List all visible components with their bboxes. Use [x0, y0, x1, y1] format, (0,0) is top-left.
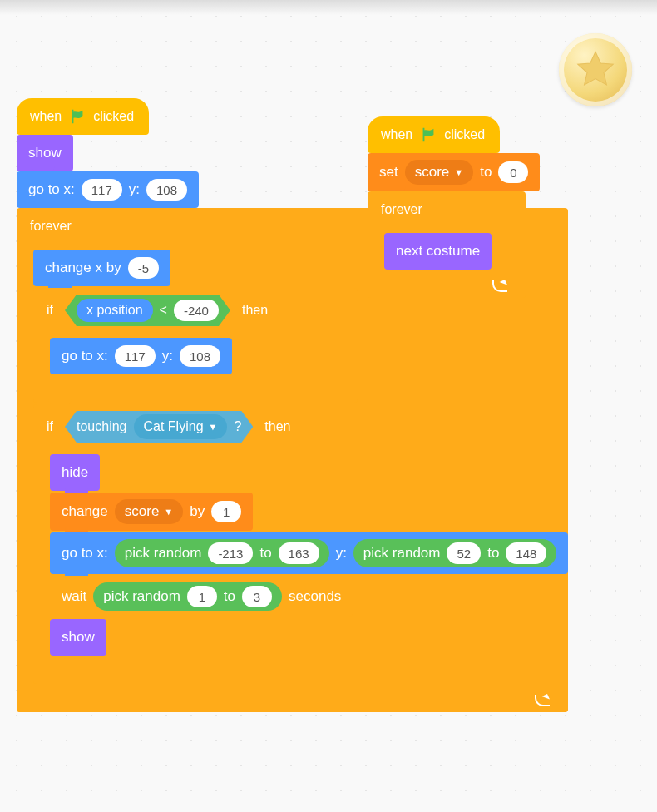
goto3-label: go to x:	[62, 545, 108, 562]
star-coin-badge	[559, 33, 632, 106]
goto2-x-input[interactable]: 117	[115, 345, 156, 367]
loop-arrow-icon	[492, 280, 507, 292]
goto-label: go to x:	[28, 181, 75, 198]
wait-hi[interactable]: 3	[242, 586, 272, 607]
touching-label: touching	[77, 419, 127, 434]
by-label: by	[190, 503, 205, 520]
star-icon	[574, 48, 617, 92]
goto3-y-label: y:	[336, 545, 347, 562]
score-var-dropdown[interactable]: score ▼	[115, 499, 183, 524]
goto-y-label: y:	[129, 181, 140, 198]
if-xpos-block[interactable]: if x position < -240 then	[33, 288, 358, 403]
rand-y-lo[interactable]: 52	[447, 542, 481, 564]
score-var-dropdown-2[interactable]: score ▼	[405, 160, 473, 185]
goto2-y-input[interactable]: 108	[180, 345, 220, 367]
chevron-down-icon: ▼	[164, 507, 173, 517]
touching-q: ?	[234, 419, 241, 434]
then-label-2: then	[264, 419, 290, 434]
forever-label: forever	[30, 219, 72, 234]
change-label: change	[62, 503, 108, 520]
pick-random-wait[interactable]: pick random 1 to 3	[93, 582, 282, 611]
lt-symbol: <	[160, 303, 167, 318]
rand-x-lo[interactable]: -213	[208, 542, 253, 564]
show-label-2: show	[62, 629, 95, 646]
change-x-label: change x by	[45, 260, 121, 276]
hat-clicked-label-2: clicked	[444, 127, 485, 142]
loop-arrow-icon	[535, 695, 550, 706]
wait-lo[interactable]: 1	[187, 586, 217, 607]
to-label: to	[480, 164, 492, 181]
change-score-input[interactable]: 1	[211, 501, 241, 522]
pick-random-y[interactable]: pick random 52 to 148	[353, 539, 557, 567]
green-flag-icon	[419, 126, 437, 144]
rand-y-hi[interactable]: 148	[506, 542, 546, 564]
pick-random-x[interactable]: pick random -213 to 163	[115, 539, 329, 567]
touching-reporter[interactable]: touching Cat Flying ▼ ?	[65, 411, 253, 443]
hat-when-label: when	[30, 109, 62, 124]
if-label: if	[47, 303, 53, 318]
goto1-y-input[interactable]: 108	[146, 179, 187, 201]
show-label: show	[28, 145, 62, 161]
if-touching-block[interactable]: if touching Cat Flying ▼ ? then	[33, 404, 568, 684]
then-label: then	[242, 303, 268, 318]
forever-block-2[interactable]: forever next costume	[368, 191, 526, 298]
touching-target-dropdown[interactable]: Cat Flying ▼	[134, 414, 228, 439]
script-score: when clicked set score ▼ to 0 forever	[368, 116, 540, 298]
goto2-label: go to x:	[62, 348, 108, 364]
x-position-reporter[interactable]: x position	[77, 299, 153, 322]
forever-label-2: forever	[381, 202, 422, 217]
hat-when-label-2: when	[381, 127, 412, 142]
hide-label: hide	[62, 464, 88, 481]
chevron-down-icon: ▼	[209, 422, 218, 432]
wait-label: wait	[62, 588, 86, 605]
change-x-input[interactable]: -5	[128, 257, 159, 279]
rand-x-hi[interactable]: 163	[279, 542, 319, 564]
chevron-down-icon: ▼	[454, 167, 463, 177]
wait-block[interactable]: wait pick random 1 to 3 seconds	[50, 576, 353, 617]
set-label: set	[379, 164, 398, 181]
goto1-x-input[interactable]: 117	[82, 179, 122, 201]
goto2-y-label: y:	[162, 348, 173, 364]
lt-operator[interactable]: x position < -240	[65, 295, 230, 326]
green-flag-icon	[68, 107, 86, 126]
if-label-2: if	[47, 419, 53, 434]
seconds-label: seconds	[289, 588, 341, 605]
goto-random-block[interactable]: go to x: pick random -213 to 163 y:	[50, 532, 568, 574]
next-costume-label: next costume	[396, 243, 480, 260]
goto-xy-block-2[interactable]: go to x: 117 y: 108	[50, 338, 232, 374]
show-block-2[interactable]: show	[50, 619, 106, 656]
next-costume-block[interactable]: next costume	[384, 233, 492, 270]
lt-rhs-input[interactable]: -240	[174, 300, 219, 321]
score-init-input[interactable]: 0	[498, 161, 528, 183]
hat-clicked-label: clicked	[93, 109, 134, 124]
